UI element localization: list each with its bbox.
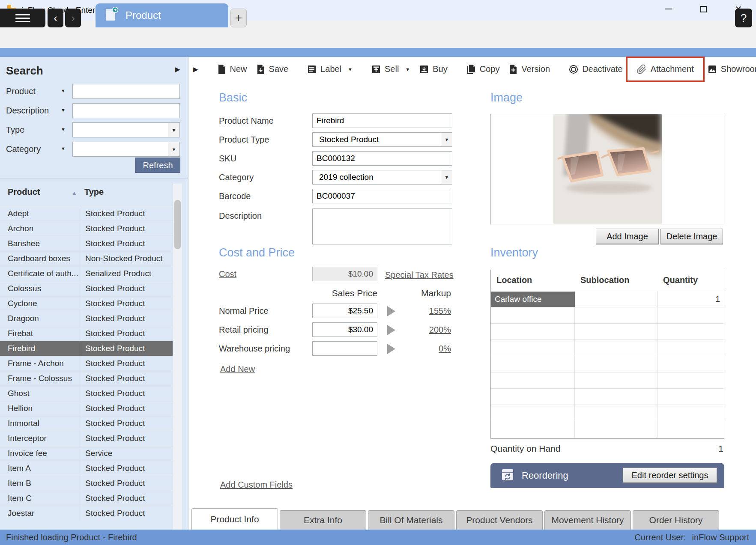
product-type-cell[interactable]: Stocked Product	[82, 206, 173, 221]
search-type-dropdown-button[interactable]: ▼	[168, 123, 179, 137]
product-list-row[interactable]: Certificate of auth...Serialized Product	[0, 266, 173, 281]
product-list-row[interactable]: ColossusStocked Product	[0, 281, 173, 296]
product-name-cell[interactable]: Cardboard boxes	[0, 251, 82, 266]
collapse-sidebar-arrow-icon[interactable]: ▶	[193, 66, 198, 73]
product-type-cell[interactable]: Stocked Product	[82, 296, 173, 311]
product-type-select[interactable]	[312, 132, 452, 147]
add-image-button[interactable]: Add Image	[596, 229, 659, 244]
product-type-cell[interactable]: Service	[82, 446, 173, 461]
sublocation-cell[interactable]	[575, 405, 657, 421]
tab-order-history[interactable]: Order History	[633, 510, 719, 530]
special-tax-rates-link[interactable]: Special Tax Rates	[385, 270, 454, 280]
cost-link[interactable]: Cost	[219, 269, 236, 279]
search-category-input[interactable]	[72, 142, 180, 157]
product-list-row[interactable]: Cardboard boxesNon-Stocked Product	[0, 251, 173, 266]
inventory-row[interactable]	[491, 356, 724, 372]
product-name-cell[interactable]: Certificate of auth...	[0, 266, 82, 281]
product-name-cell[interactable]: Item C	[0, 491, 82, 506]
product-type-cell[interactable]: Stocked Product	[82, 341, 173, 356]
product-name-cell[interactable]: Colossus	[0, 281, 82, 296]
inventory-row[interactable]	[491, 421, 724, 438]
refresh-button[interactable]: Refresh	[135, 158, 180, 173]
deactivate-button[interactable]: Deactivate	[564, 62, 628, 77]
location-cell[interactable]	[491, 356, 575, 372]
back-button[interactable]: ‹	[48, 9, 63, 27]
location-cell[interactable]	[491, 372, 575, 388]
buy-button[interactable]: Buy	[415, 62, 452, 77]
product-list-row[interactable]: Invoice feeService	[0, 446, 173, 461]
search-type-input[interactable]	[72, 122, 180, 137]
apply-price-arrow-icon[interactable]	[387, 325, 395, 335]
description-field[interactable]	[312, 208, 452, 244]
sublocation-cell[interactable]	[575, 307, 657, 323]
edit-reorder-settings-button[interactable]: Edit reorder settings	[623, 468, 717, 483]
apply-price-arrow-icon[interactable]	[387, 306, 395, 316]
product-type-cell[interactable]: Serialized Product	[82, 266, 173, 281]
new-button[interactable]: New	[213, 62, 252, 77]
sku-field[interactable]	[312, 151, 452, 166]
product-list-row[interactable]: HellionStocked Product	[0, 401, 173, 416]
scrollbar-thumb[interactable]	[174, 200, 181, 249]
tab-movement-history[interactable]: Movement History	[544, 510, 631, 530]
product-type-cell[interactable]: Stocked Product	[82, 236, 173, 251]
product-list-row[interactable]: DragoonStocked Product	[0, 311, 173, 326]
product-list-row[interactable]: BansheeStocked Product	[0, 236, 173, 251]
inventory-row[interactable]: Carlaw office1	[491, 291, 724, 307]
tab-product[interactable]: Product	[96, 3, 228, 27]
copy-button[interactable]: Copy	[462, 62, 505, 77]
version-button[interactable]: Version	[504, 62, 555, 77]
product-name-cell[interactable]: Invoice fee	[0, 446, 82, 461]
quantity-cell[interactable]	[657, 421, 724, 438]
warehouse-price-field[interactable]	[312, 341, 377, 356]
location-cell[interactable]	[491, 405, 575, 421]
tab-bill-of-materials[interactable]: Bill Of Materials	[368, 510, 454, 530]
product-type-cell[interactable]: Stocked Product	[82, 326, 173, 341]
product-name-cell[interactable]: Joestar	[0, 506, 82, 521]
search-description-input[interactable]	[72, 103, 180, 118]
label-button[interactable]: Label ▼	[302, 62, 357, 77]
inventory-row[interactable]	[491, 324, 724, 340]
save-button[interactable]: Save	[252, 62, 293, 77]
tab-product-vendors[interactable]: Product Vendors	[456, 510, 543, 530]
product-name-cell[interactable]: Banshee	[0, 236, 82, 251]
product-type-cell[interactable]: Stocked Product	[82, 386, 173, 401]
inventory-row[interactable]	[491, 405, 724, 421]
product-name-cell[interactable]: Firebird	[0, 341, 82, 356]
product-name-cell[interactable]: Archon	[0, 221, 82, 236]
quantity-cell[interactable]	[657, 405, 724, 421]
product-name-cell[interactable]: Immortal	[0, 416, 82, 431]
product-list-row[interactable]: JoestarStocked Product	[0, 506, 173, 521]
product-name-cell[interactable]: Firebat	[0, 326, 82, 341]
product-type-cell[interactable]: Stocked Product	[82, 461, 173, 476]
quantity-cell[interactable]	[657, 389, 724, 405]
sublocation-cell[interactable]	[575, 291, 658, 307]
product-list-scrollbar[interactable]	[173, 184, 182, 530]
product-type-cell[interactable]: Stocked Product	[82, 221, 173, 236]
location-cell[interactable]	[491, 421, 575, 438]
sublocation-cell[interactable]	[575, 324, 657, 340]
retail-markup-link[interactable]: 200%	[403, 325, 451, 335]
product-type-cell[interactable]: Stocked Product	[82, 476, 173, 491]
tab-product-info[interactable]: Product Info	[191, 508, 278, 530]
search-product-input[interactable]	[72, 84, 180, 99]
inventory-row[interactable]	[491, 389, 724, 405]
main-menu-button[interactable]	[0, 9, 45, 27]
sublocation-cell[interactable]	[575, 372, 657, 388]
product-type-cell[interactable]: Stocked Product	[82, 506, 173, 521]
minimize-button[interactable]	[651, 0, 686, 18]
location-cell[interactable]	[491, 324, 575, 340]
product-list-row[interactable]: AdeptStocked Product	[0, 206, 173, 221]
column-header-product[interactable]: Product	[8, 187, 40, 197]
add-new-link[interactable]: Add New	[220, 364, 255, 374]
apply-price-arrow-icon[interactable]	[387, 344, 395, 354]
product-list-row[interactable]: InterceptorStocked Product	[0, 431, 173, 446]
product-list-row[interactable]: Item CStocked Product	[0, 491, 173, 506]
quantity-cell[interactable]	[657, 372, 724, 388]
inventory-row[interactable]	[491, 307, 724, 324]
maximize-button[interactable]	[686, 0, 721, 18]
column-header-type[interactable]: Type	[84, 187, 104, 197]
inventory-row[interactable]	[491, 372, 724, 389]
product-name-cell[interactable]: Interceptor	[0, 431, 82, 446]
product-type-cell[interactable]: Stocked Product	[82, 371, 173, 386]
sell-button[interactable]: Sell ▼	[367, 62, 415, 77]
